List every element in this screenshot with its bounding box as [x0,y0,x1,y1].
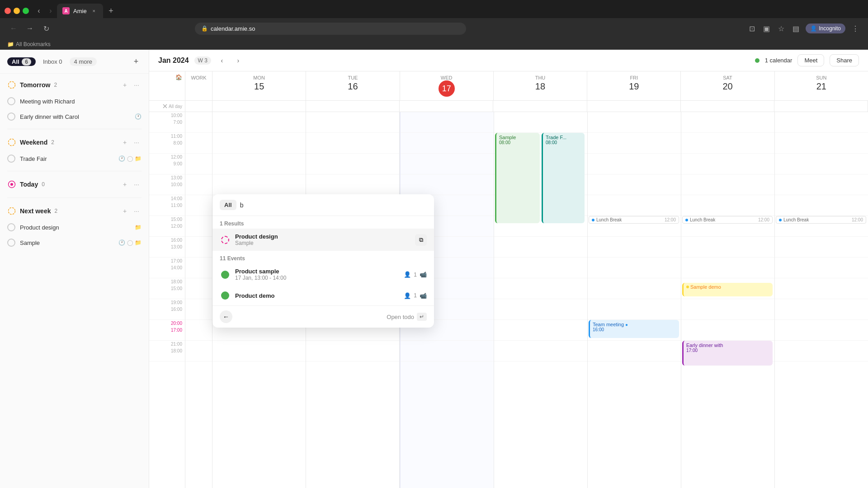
time-slot-10: 10:007:00 [149,112,185,133]
search-all-button[interactable]: All [220,200,236,210]
back-button[interactable]: ← [7,22,20,35]
product-design-checkbox[interactable] [7,223,15,231]
team-meeting-event[interactable]: Team meeting ● 16:00 [589,320,679,338]
work-cell-10[interactable] [185,299,212,320]
work-cell-11[interactable] [185,320,212,341]
work-cell-7[interactable] [185,237,212,258]
day-header-tue[interactable]: Tue 16 [306,71,400,100]
early-dinner-checkbox[interactable] [7,113,15,121]
tab-forward-btn[interactable]: › [46,6,55,15]
address-bar[interactable]: 🔒 calendar.amie.so [195,23,466,35]
sample-event-time: 08:00 [499,140,537,145]
prev-week-button[interactable]: ‹ [217,55,227,66]
product-design-result-title: Product design [235,233,410,240]
work-cell-2[interactable] [185,133,212,154]
sample-checkbox[interactable] [7,239,15,247]
day-header-work[interactable]: Work [185,71,212,100]
day-header-thu[interactable]: Thu 18 [494,71,587,100]
next-week-actions: + ··· [120,206,142,216]
day-col-sun[interactable]: Lunch Break 12:00 [775,112,868,488]
weekend-add-button[interactable]: + [120,137,130,147]
day-col-sat[interactable]: Lunch Break 12:00 Sample demo E [681,112,775,488]
copy-icon[interactable]: ⧉ [415,234,427,246]
meeting-richard-item[interactable]: Meeting with Richard [0,94,149,109]
day-header-sat[interactable]: Sat 20 [681,71,774,100]
tomorrow-add-button[interactable]: + [120,80,130,90]
trade-fair-item[interactable]: Trade Fair 🕐 ◯ 📁 [0,151,149,166]
product-sample-event-item[interactable]: Product sample 17 Jan, 13:00 - 14:00 👤 1… [212,263,434,286]
work-cell-8[interactable] [185,258,212,278]
refresh-button[interactable]: ↻ [40,22,52,35]
lunch-break-sun-event[interactable]: Lunch Break 12:00 [776,216,866,224]
search-back-button[interactable]: ← [220,310,232,323]
next-week-add-button[interactable]: + [120,206,130,216]
tomorrow-more-button[interactable]: ··· [132,80,142,90]
today-more-button[interactable]: ··· [132,179,142,189]
all-filter-button[interactable]: All 6 [7,57,36,66]
early-dinner-sat-event[interactable]: Early dinner with 17:00 [682,341,773,366]
window-close-button[interactable] [5,8,11,14]
work-cell-6[interactable] [185,216,212,237]
lunch-break-sat-event[interactable]: Lunch Break 12:00 [682,216,773,224]
next-week-more-button[interactable]: ··· [132,206,142,216]
all-day-sat[interactable] [681,101,774,112]
product-design-result-item[interactable]: Product design Sample ⧉ [212,229,434,251]
all-day-work[interactable] [185,101,212,112]
lunch-break-fri-event[interactable]: Lunch Break 12:00 [589,216,679,224]
all-day-mon[interactable] [212,101,306,112]
day-header-fri[interactable]: Fri 19 [587,71,681,100]
all-day-sun[interactable] [774,101,868,112]
meet-button[interactable]: Meet [797,54,824,66]
open-todo-button[interactable]: Open todo ↵ [387,313,427,321]
day-col-fri[interactable]: Lunch Break 12:00 Team meeting ● 16:00 [588,112,681,488]
today-add-button[interactable]: + [120,179,130,189]
picture-in-picture-icon[interactable]: ▣ [761,23,772,35]
work-cell-3[interactable] [185,154,212,174]
star-icon[interactable]: ☆ [776,23,786,35]
all-day-fri[interactable] [587,101,681,112]
work-cell-12[interactable] [185,341,212,361]
menu-icon[interactable]: ⋮ [850,23,861,35]
work-cell-5[interactable] [185,195,212,216]
window-maximize-button[interactable] [23,8,29,14]
add-item-button[interactable]: + [131,56,142,67]
sidebar-icon[interactable]: ▤ [791,23,801,35]
all-day-thu[interactable] [493,101,587,112]
early-dinner-item[interactable]: Early dinner with Carol 🕐 [0,109,149,124]
divider-1 [7,129,142,129]
all-day-wed[interactable] [400,101,493,112]
inbox-button[interactable]: Inbox 0 [39,56,66,67]
sample-item[interactable]: Sample 🕐 ◯ 📁 [0,235,149,250]
share-button[interactable]: Share [830,54,859,66]
day-header-wed[interactable]: Wed 17 [400,71,494,100]
tab-close-button[interactable]: × [90,7,98,14]
work-cell-1[interactable] [185,112,212,133]
work-cell-4[interactable] [185,174,212,195]
day-header-mon[interactable]: Mon 15 [212,71,306,100]
product-design-folder-icon: 📁 [135,224,142,230]
product-design-item[interactable]: Product design 📁 [0,220,149,235]
weekend-more-button[interactable]: ··· [132,137,142,147]
trade-fair-checkbox[interactable] [7,155,15,163]
profile-button[interactable]: 👤 Incognito [806,23,845,33]
work-cell-9[interactable] [185,278,212,299]
day-header-sun[interactable]: Sun 21 [775,71,868,100]
search-input[interactable] [240,202,427,209]
window-minimize-button[interactable] [14,8,20,14]
tab-back-btn[interactable]: ‹ [34,6,43,15]
trade-fair-event-block[interactable]: Trade F... 08:00 [542,133,585,223]
sample-demo-event[interactable]: Sample demo [682,283,773,296]
forward-button[interactable]: → [24,22,36,35]
day-col-work[interactable] [185,112,212,488]
all-day-tue[interactable] [306,101,400,112]
more-button[interactable]: 4 more [70,57,97,66]
cast-icon[interactable]: ⊡ [747,23,757,35]
new-tab-button[interactable]: + [105,5,118,17]
sample-event-block[interactable]: Sample 08:00 [495,133,540,223]
next-week-button[interactable]: › [233,55,244,66]
meeting-richard-checkbox[interactable] [7,97,15,105]
active-tab[interactable]: A Amie × [57,4,103,18]
day-col-thu[interactable]: Sample 08:00 Trade F... 08:00 [494,112,588,488]
product-demo-event-item[interactable]: Product demo 👤 1 📹 [212,286,434,305]
search-input-wrapper[interactable] [240,202,427,209]
